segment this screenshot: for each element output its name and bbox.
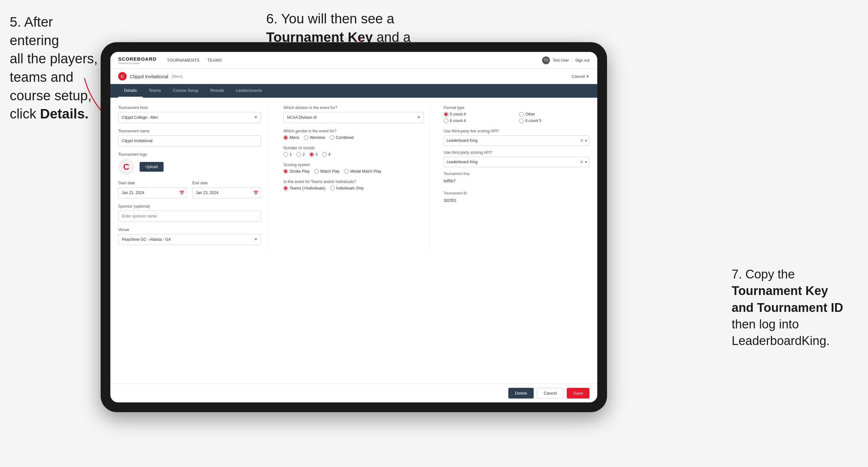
tab-leaderboards[interactable]: Leaderboards (230, 84, 268, 98)
cancel-x-btn[interactable]: Cancel ✕ (571, 74, 589, 79)
end-date-input[interactable] (192, 187, 261, 198)
left-column: Tournament Host Clippd College - Men Tou… (118, 105, 269, 251)
bottom-bar: Delete Cancel Save (111, 383, 597, 402)
third-party1-section: Use third-party live scoring API? ✕ ▾ (444, 129, 589, 146)
tournament-name-input[interactable] (118, 135, 261, 146)
teams-plus-individuals[interactable]: Teams (+Individuals) (283, 186, 325, 190)
nav-avatar: TU (542, 57, 550, 64)
venue-label: Venue (118, 227, 261, 232)
save-button[interactable]: Save (567, 388, 589, 399)
tab-details[interactable]: Details (118, 84, 143, 98)
tournament-logo-section: Tournament logo C Upload (118, 152, 261, 175)
third-party2-actions: ✕ ▾ (580, 159, 589, 164)
tournament-id-label: Tournament ID (444, 191, 589, 195)
division-label: Which division is the event for? (283, 105, 424, 110)
cancel-button[interactable]: Cancel (537, 388, 563, 399)
scoring-stroke-play[interactable]: Stroke Play (283, 169, 309, 174)
scoring-match-play[interactable]: Match Play (314, 169, 340, 174)
tab-course-setup[interactable]: Course Setup (167, 84, 205, 98)
tab-results[interactable]: Results (205, 84, 230, 98)
format-5count4[interactable]: 5 count 4 (444, 112, 514, 117)
date-row: Start date 📅 End date 📅 (118, 181, 261, 198)
scoring-label: Scoring system (283, 163, 424, 167)
upload-button[interactable]: Upload (140, 162, 164, 172)
nav-left: SCOREBOARD Powered by clippd TOURNAMENTS… (118, 56, 222, 65)
sponsor-label: Sponsor (optional) (118, 204, 261, 209)
division-section: Which division is the event for? NCAA Di… (283, 105, 424, 123)
format-6count5[interactable]: 6 count 5 (519, 119, 589, 123)
third-party2-label: Use third-party scoring API? (444, 150, 589, 155)
tournament-key-value: b4f5b7 (444, 177, 589, 185)
third-party2-section: Use third-party scoring API? ✕ ▾ (444, 150, 589, 167)
scoring-medal-match-play[interactable]: Medal Match Play (344, 169, 381, 174)
tournament-title: C Clippd Invitational (Men) (118, 72, 182, 81)
venue-select[interactable]: Peachtree GC - Atlanta - GA (118, 234, 261, 245)
start-date-label: Start date (118, 181, 187, 185)
calendar-icon-end: 📅 (253, 190, 258, 195)
venue-section: Venue Peachtree GC - Atlanta - GA (118, 227, 261, 245)
nav-user: Test User (553, 58, 569, 63)
tabs-bar: Details Teams Course Setup Results Leade… (111, 84, 597, 98)
nav-link-tournaments[interactable]: TOURNAMENTS (167, 58, 199, 63)
teams-individuals-only[interactable]: Individuals Only (330, 186, 364, 190)
end-date-label: End date (192, 181, 261, 185)
tournament-host-section: Tournament Host Clippd College - Men (118, 105, 261, 123)
tournament-host-select[interactable]: Clippd College - Men (118, 112, 261, 123)
nav-right: TU Test User | Sign out (542, 57, 589, 64)
end-date-field: End date 📅 (192, 181, 261, 198)
tab-teams[interactable]: Teams (143, 84, 167, 98)
logo-preview: C (118, 159, 134, 175)
nav-signout[interactable]: Sign out (575, 58, 589, 63)
top-nav: SCOREBOARD Powered by clippd TOURNAMENTS… (111, 52, 597, 69)
tournament-logo-label: Tournament logo (118, 152, 261, 157)
gender-label: Which gender is the event for? (283, 129, 424, 133)
gender-combined[interactable]: Combined (330, 135, 354, 140)
third-party1-actions: ✕ ▾ (580, 138, 589, 143)
format-other[interactable]: Other (519, 112, 589, 117)
rounds-radio-group: 1 2 3 4 (283, 152, 424, 157)
annotation-right-bottom: 7. Copy the Tournament Key and Tournamen… (732, 266, 862, 349)
right-column: Format type 5 count 4 Other 6 count 4 (438, 105, 589, 251)
rounds-4[interactable]: 4 (322, 152, 331, 157)
start-date-input[interactable] (118, 187, 187, 198)
format-type-section: Format type 5 count 4 Other 6 count 4 (444, 105, 589, 123)
tournament-subtitle: (Men) (172, 74, 182, 79)
logo-upload-area: C Upload (118, 159, 261, 175)
teams-radio-group: Teams (+Individuals) Individuals Only (283, 186, 424, 190)
third-party1-dropdown-btn[interactable]: ▾ (585, 138, 587, 143)
scoring-section: Scoring system Stroke Play Match Play Me… (283, 163, 424, 174)
rounds-3[interactable]: 3 (309, 152, 318, 157)
logo-text: SCOREBOARD (118, 56, 156, 62)
gender-womens[interactable]: Womens (304, 135, 325, 140)
calendar-icon-start: 📅 (179, 190, 184, 195)
rounds-2[interactable]: 2 (297, 152, 305, 157)
tournament-name-section: Tournament name (118, 129, 261, 146)
third-party2-input-wrap: ✕ ▾ (444, 157, 589, 167)
delete-button[interactable]: Delete (508, 388, 534, 399)
division-select[interactable]: NCAA Division III (283, 112, 424, 123)
tournament-id-value: 302051 (444, 196, 589, 205)
third-party1-label: Use third-party live scoring API? (444, 129, 589, 133)
c-logo: C (118, 72, 127, 81)
format-6count4[interactable]: 6 count 4 (444, 119, 514, 123)
nav-links: TOURNAMENTS TEAMS (167, 58, 222, 63)
tournament-key-section: Tournament Key b4f5b7 (444, 172, 589, 185)
third-party1-input[interactable] (444, 138, 580, 143)
logo-sub: Powered by clippd (118, 62, 156, 65)
middle-column: Which division is the event for? NCAA Di… (278, 105, 429, 251)
third-party2-clear-btn[interactable]: ✕ (580, 159, 584, 164)
format-type-label: Format type (444, 105, 589, 110)
gender-mens[interactable]: Mens (283, 135, 299, 140)
tournament-key-label: Tournament Key (444, 172, 589, 176)
tablet-device: SCOREBOARD Powered by clippd TOURNAMENTS… (101, 42, 607, 412)
rounds-1[interactable]: 1 (283, 152, 292, 157)
nav-link-teams[interactable]: TEAMS (208, 58, 222, 63)
third-party2-dropdown-btn[interactable]: ▾ (585, 159, 587, 164)
sponsor-input[interactable] (118, 211, 261, 222)
rounds-section: Number of rounds 1 2 3 (283, 146, 424, 157)
logo-preview-letter: C (123, 162, 129, 172)
main-content: Tournament Host Clippd College - Men Tou… (111, 98, 597, 383)
tournament-host-label: Tournament Host (118, 105, 261, 110)
third-party1-clear-btn[interactable]: ✕ (580, 138, 584, 143)
third-party2-input[interactable] (444, 160, 580, 164)
